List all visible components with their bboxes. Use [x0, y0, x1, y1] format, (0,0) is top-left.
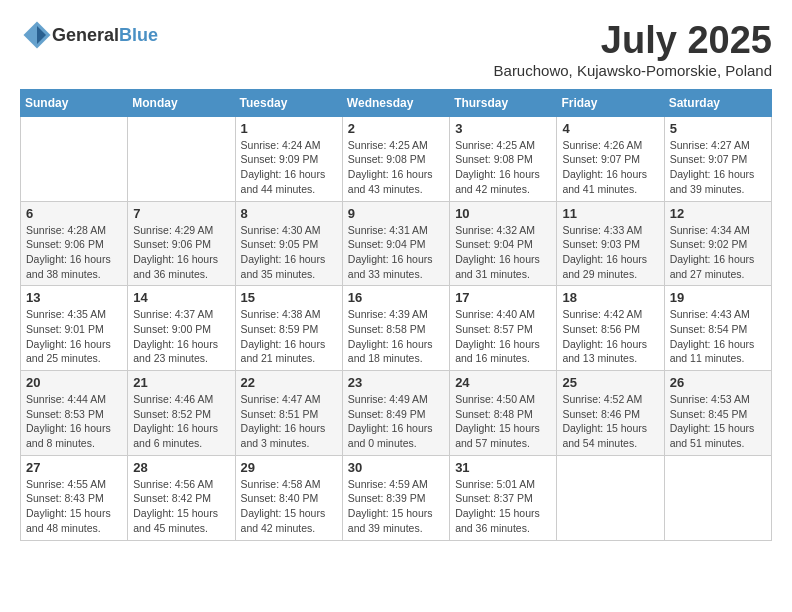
calendar-cell: 4Sunrise: 4:26 AM Sunset: 9:07 PM Daylig… — [557, 116, 664, 201]
day-number: 9 — [348, 206, 444, 221]
page-header: GeneralBlue July 2025 Baruchowo, Kujawsk… — [20, 20, 772, 79]
day-number: 28 — [133, 460, 229, 475]
calendar-cell: 1Sunrise: 4:24 AM Sunset: 9:09 PM Daylig… — [235, 116, 342, 201]
day-detail: Sunrise: 4:25 AM Sunset: 9:08 PM Dayligh… — [455, 138, 551, 197]
calendar-cell — [664, 455, 771, 540]
day-detail: Sunrise: 4:55 AM Sunset: 8:43 PM Dayligh… — [26, 477, 122, 536]
calendar-week-row: 27Sunrise: 4:55 AM Sunset: 8:43 PM Dayli… — [21, 455, 772, 540]
calendar-week-row: 13Sunrise: 4:35 AM Sunset: 9:01 PM Dayli… — [21, 286, 772, 371]
day-number: 5 — [670, 121, 766, 136]
day-detail: Sunrise: 4:31 AM Sunset: 9:04 PM Dayligh… — [348, 223, 444, 282]
calendar-cell: 18Sunrise: 4:42 AM Sunset: 8:56 PM Dayli… — [557, 286, 664, 371]
day-number: 13 — [26, 290, 122, 305]
calendar-cell: 26Sunrise: 4:53 AM Sunset: 8:45 PM Dayli… — [664, 371, 771, 456]
calendar-cell: 11Sunrise: 4:33 AM Sunset: 9:03 PM Dayli… — [557, 201, 664, 286]
day-detail: Sunrise: 4:35 AM Sunset: 9:01 PM Dayligh… — [26, 307, 122, 366]
calendar-cell: 25Sunrise: 4:52 AM Sunset: 8:46 PM Dayli… — [557, 371, 664, 456]
calendar-cell: 17Sunrise: 4:40 AM Sunset: 8:57 PM Dayli… — [450, 286, 557, 371]
day-number: 24 — [455, 375, 551, 390]
calendar-cell: 20Sunrise: 4:44 AM Sunset: 8:53 PM Dayli… — [21, 371, 128, 456]
calendar-cell: 27Sunrise: 4:55 AM Sunset: 8:43 PM Dayli… — [21, 455, 128, 540]
day-number: 15 — [241, 290, 337, 305]
calendar-cell: 10Sunrise: 4:32 AM Sunset: 9:04 PM Dayli… — [450, 201, 557, 286]
day-detail: Sunrise: 4:25 AM Sunset: 9:08 PM Dayligh… — [348, 138, 444, 197]
calendar-cell: 21Sunrise: 4:46 AM Sunset: 8:52 PM Dayli… — [128, 371, 235, 456]
day-detail: Sunrise: 4:29 AM Sunset: 9:06 PM Dayligh… — [133, 223, 229, 282]
day-number: 2 — [348, 121, 444, 136]
day-number: 27 — [26, 460, 122, 475]
day-number: 19 — [670, 290, 766, 305]
day-number: 14 — [133, 290, 229, 305]
day-number: 8 — [241, 206, 337, 221]
calendar-cell: 5Sunrise: 4:27 AM Sunset: 9:07 PM Daylig… — [664, 116, 771, 201]
day-detail: Sunrise: 4:40 AM Sunset: 8:57 PM Dayligh… — [455, 307, 551, 366]
day-detail: Sunrise: 4:46 AM Sunset: 8:52 PM Dayligh… — [133, 392, 229, 451]
calendar-cell: 2Sunrise: 4:25 AM Sunset: 9:08 PM Daylig… — [342, 116, 449, 201]
calendar-cell: 22Sunrise: 4:47 AM Sunset: 8:51 PM Dayli… — [235, 371, 342, 456]
calendar-cell: 30Sunrise: 4:59 AM Sunset: 8:39 PM Dayli… — [342, 455, 449, 540]
day-number: 3 — [455, 121, 551, 136]
month-title: July 2025 — [494, 20, 772, 62]
day-detail: Sunrise: 4:26 AM Sunset: 9:07 PM Dayligh… — [562, 138, 658, 197]
calendar-cell: 3Sunrise: 4:25 AM Sunset: 9:08 PM Daylig… — [450, 116, 557, 201]
day-detail: Sunrise: 4:24 AM Sunset: 9:09 PM Dayligh… — [241, 138, 337, 197]
calendar-cell: 31Sunrise: 5:01 AM Sunset: 8:37 PM Dayli… — [450, 455, 557, 540]
day-of-week-header: Thursday — [450, 89, 557, 116]
day-number: 12 — [670, 206, 766, 221]
day-of-week-header: Sunday — [21, 89, 128, 116]
day-detail: Sunrise: 4:32 AM Sunset: 9:04 PM Dayligh… — [455, 223, 551, 282]
calendar-cell: 16Sunrise: 4:39 AM Sunset: 8:58 PM Dayli… — [342, 286, 449, 371]
day-detail: Sunrise: 4:38 AM Sunset: 8:59 PM Dayligh… — [241, 307, 337, 366]
day-number: 7 — [133, 206, 229, 221]
day-detail: Sunrise: 4:34 AM Sunset: 9:02 PM Dayligh… — [670, 223, 766, 282]
day-number: 10 — [455, 206, 551, 221]
day-detail: Sunrise: 4:28 AM Sunset: 9:06 PM Dayligh… — [26, 223, 122, 282]
calendar-cell: 6Sunrise: 4:28 AM Sunset: 9:06 PM Daylig… — [21, 201, 128, 286]
day-detail: Sunrise: 4:58 AM Sunset: 8:40 PM Dayligh… — [241, 477, 337, 536]
calendar-cell: 15Sunrise: 4:38 AM Sunset: 8:59 PM Dayli… — [235, 286, 342, 371]
day-detail: Sunrise: 4:44 AM Sunset: 8:53 PM Dayligh… — [26, 392, 122, 451]
day-detail: Sunrise: 4:49 AM Sunset: 8:49 PM Dayligh… — [348, 392, 444, 451]
day-of-week-header: Monday — [128, 89, 235, 116]
day-number: 1 — [241, 121, 337, 136]
day-detail: Sunrise: 4:42 AM Sunset: 8:56 PM Dayligh… — [562, 307, 658, 366]
day-detail: Sunrise: 5:01 AM Sunset: 8:37 PM Dayligh… — [455, 477, 551, 536]
calendar-week-row: 1Sunrise: 4:24 AM Sunset: 9:09 PM Daylig… — [21, 116, 772, 201]
day-detail: Sunrise: 4:56 AM Sunset: 8:42 PM Dayligh… — [133, 477, 229, 536]
day-of-week-header: Wednesday — [342, 89, 449, 116]
calendar-cell: 23Sunrise: 4:49 AM Sunset: 8:49 PM Dayli… — [342, 371, 449, 456]
calendar-cell — [128, 116, 235, 201]
day-number: 11 — [562, 206, 658, 221]
day-number: 30 — [348, 460, 444, 475]
day-number: 23 — [348, 375, 444, 390]
day-detail: Sunrise: 4:50 AM Sunset: 8:48 PM Dayligh… — [455, 392, 551, 451]
calendar-cell: 14Sunrise: 4:37 AM Sunset: 9:00 PM Dayli… — [128, 286, 235, 371]
day-detail: Sunrise: 4:33 AM Sunset: 9:03 PM Dayligh… — [562, 223, 658, 282]
day-detail: Sunrise: 4:47 AM Sunset: 8:51 PM Dayligh… — [241, 392, 337, 451]
day-detail: Sunrise: 4:27 AM Sunset: 9:07 PM Dayligh… — [670, 138, 766, 197]
calendar-header-row: SundayMondayTuesdayWednesdayThursdayFrid… — [21, 89, 772, 116]
logo: GeneralBlue — [20, 20, 158, 50]
day-number: 25 — [562, 375, 658, 390]
calendar-table: SundayMondayTuesdayWednesdayThursdayFrid… — [20, 89, 772, 541]
day-number: 18 — [562, 290, 658, 305]
day-of-week-header: Friday — [557, 89, 664, 116]
calendar-cell: 13Sunrise: 4:35 AM Sunset: 9:01 PM Dayli… — [21, 286, 128, 371]
calendar-cell: 19Sunrise: 4:43 AM Sunset: 8:54 PM Dayli… — [664, 286, 771, 371]
calendar-week-row: 6Sunrise: 4:28 AM Sunset: 9:06 PM Daylig… — [21, 201, 772, 286]
day-detail: Sunrise: 4:53 AM Sunset: 8:45 PM Dayligh… — [670, 392, 766, 451]
day-number: 4 — [562, 121, 658, 136]
calendar-cell: 24Sunrise: 4:50 AM Sunset: 8:48 PM Dayli… — [450, 371, 557, 456]
day-detail: Sunrise: 4:59 AM Sunset: 8:39 PM Dayligh… — [348, 477, 444, 536]
day-number: 31 — [455, 460, 551, 475]
day-number: 26 — [670, 375, 766, 390]
day-detail: Sunrise: 4:52 AM Sunset: 8:46 PM Dayligh… — [562, 392, 658, 451]
calendar-cell: 8Sunrise: 4:30 AM Sunset: 9:05 PM Daylig… — [235, 201, 342, 286]
calendar-cell — [557, 455, 664, 540]
day-number: 6 — [26, 206, 122, 221]
day-detail: Sunrise: 4:39 AM Sunset: 8:58 PM Dayligh… — [348, 307, 444, 366]
day-number: 22 — [241, 375, 337, 390]
calendar-cell: 29Sunrise: 4:58 AM Sunset: 8:40 PM Dayli… — [235, 455, 342, 540]
location-title: Baruchowo, Kujawsko-Pomorskie, Poland — [494, 62, 772, 79]
day-detail: Sunrise: 4:37 AM Sunset: 9:00 PM Dayligh… — [133, 307, 229, 366]
